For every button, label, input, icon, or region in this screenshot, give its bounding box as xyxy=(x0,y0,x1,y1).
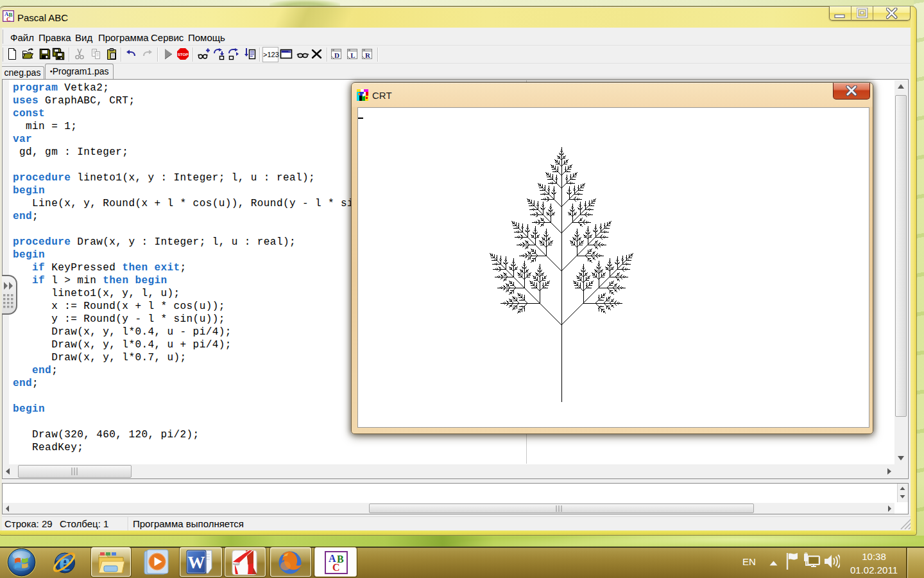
svg-text:e: e xyxy=(59,548,71,577)
svg-text:C: C xyxy=(6,16,11,22)
svg-text:C: C xyxy=(332,562,340,573)
svg-text:W: W xyxy=(188,553,205,572)
svg-text:STOP: STOP xyxy=(178,52,189,57)
svg-text:D: D xyxy=(334,51,339,59)
svg-text:L: L xyxy=(350,51,355,59)
svg-text:R: R xyxy=(365,51,371,59)
